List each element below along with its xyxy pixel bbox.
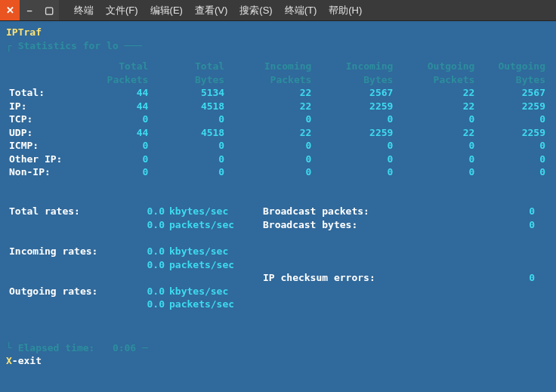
table-row-nonip: Non-IP:000000	[6, 165, 550, 179]
cell-value: 22	[397, 100, 479, 113]
broadcast-packets-label: Broadcast packets:	[263, 205, 452, 218]
cell-value: 22	[397, 86, 479, 100]
table-row-otherip: Other IP:000000	[6, 153, 550, 166]
table-row-udp: UDP:444518222259222259	[6, 126, 550, 140]
cell-value: 44	[77, 100, 153, 113]
header-row-2: Packets Bytes Packets Bytes Packets Byte…	[6, 73, 550, 87]
cell-value: 2259	[316, 126, 397, 140]
terminal-view[interactable]: IPTraf ┌ Statistics for lo ─── Total Tot…	[0, 21, 556, 392]
cell-value: 2567	[479, 86, 550, 100]
window-minimize-button[interactable]: –	[20, 0, 39, 20]
cell-value: 0	[77, 113, 153, 126]
cell-value: 0	[316, 139, 397, 153]
row-label: IP:	[6, 100, 77, 113]
col-total-packets-1: Total	[77, 60, 153, 73]
incoming-rate-kb: 0.0	[127, 245, 165, 258]
cell-value: 0	[479, 165, 550, 179]
window-controls: ✕ – ▢	[0, 0, 59, 20]
cell-value: 2259	[479, 126, 550, 140]
cell-value: 2259	[316, 100, 397, 113]
cell-value: 5134	[153, 86, 229, 100]
col-total-bytes-2: Bytes	[153, 73, 229, 87]
cell-value: 4518	[153, 126, 229, 140]
row-label: UDP:	[6, 126, 77, 140]
table-row-ip: IP:444518222259222259	[6, 100, 550, 113]
stats-frame-label: ┌ Statistics for lo ───	[6, 39, 550, 53]
cell-value: 0	[479, 113, 550, 126]
menu-search[interactable]: 搜索(S)	[235, 4, 276, 17]
outgoing-rate-pk: 0.0	[127, 298, 165, 311]
cell-value: 2567	[316, 86, 397, 100]
cell-value: 0	[316, 153, 397, 166]
menu-terminal[interactable]: 终端	[70, 4, 98, 17]
app-menu-bar: 终端 文件(F) 编辑(E) 查看(V) 搜索(S) 终端(T) 帮助(H)	[70, 4, 366, 17]
incoming-rate-pk: 0.0	[127, 258, 165, 272]
cell-value: 0	[153, 139, 229, 153]
cell-value: 44	[77, 126, 153, 140]
cell-value: 22	[229, 86, 316, 100]
row-label: ICMP:	[6, 139, 77, 153]
total-rate-pk: 0.0	[127, 218, 165, 232]
stats-table: Total Total Incoming Incoming Outgoing O…	[6, 60, 550, 179]
total-rates-label: Total rates:	[6, 205, 127, 218]
cell-value: 0	[229, 165, 316, 179]
outgoing-rates-label: Outgoing rates:	[6, 285, 127, 298]
cell-value: 4518	[153, 100, 229, 113]
window-close-button[interactable]: ✕	[0, 0, 20, 20]
cell-value: 44	[77, 86, 153, 100]
menu-help[interactable]: 帮助(H)	[324, 4, 366, 17]
row-label: TCP:	[6, 113, 77, 126]
app-title: IPTraf	[6, 26, 550, 39]
cell-value: 22	[229, 126, 316, 140]
table-row-icmp: ICMP:000000	[6, 139, 550, 153]
outgoing-rate-kb: 0.0	[127, 285, 165, 298]
row-label: Total:	[6, 86, 77, 100]
elapsed-time: └ Elapsed time: 0:06 ─	[6, 341, 550, 355]
cell-value: 0	[77, 165, 153, 179]
cell-value: 0	[153, 113, 229, 126]
col-incoming-bytes-2: Bytes	[316, 73, 397, 87]
cell-value: 0	[229, 139, 316, 153]
broadcast-bytes-val: 0	[452, 218, 550, 232]
col-incoming-bytes-1: Incoming	[316, 60, 397, 73]
col-outgoing-packets-2: Packets	[397, 73, 479, 87]
cell-value: 0	[77, 153, 153, 166]
cell-value: 0	[397, 113, 479, 126]
menu-file[interactable]: 文件(F)	[101, 4, 143, 17]
kb-unit: kbytes/sec	[165, 205, 263, 218]
broadcast-packets-val: 0	[452, 205, 550, 218]
col-outgoing-packets-1: Outgoing	[397, 60, 479, 73]
header-row-1: Total Total Incoming Incoming Outgoing O…	[6, 60, 550, 73]
row-label: Non-IP:	[6, 165, 77, 179]
cell-value: 0	[397, 139, 479, 153]
cell-value: 22	[397, 126, 479, 140]
window-maximize-button[interactable]: ▢	[39, 0, 59, 20]
cell-value: 0	[479, 139, 550, 153]
cell-value: 22	[229, 100, 316, 113]
row-label: Other IP:	[6, 153, 77, 166]
table-row-total: Total:445134222567222567	[6, 86, 550, 100]
cell-value: 0	[397, 165, 479, 179]
cell-value: 0	[316, 165, 397, 179]
cell-value: 0	[229, 153, 316, 166]
menu-edit[interactable]: 编辑(E)	[146, 4, 187, 17]
cell-value: 0	[316, 113, 397, 126]
menu-terminal2[interactable]: 终端(T)	[280, 4, 322, 17]
cell-value: 0	[153, 153, 229, 166]
exit-hint: X-exit	[6, 354, 550, 368]
window-titlebar: ✕ – ▢ 终端 文件(F) 编辑(E) 查看(V) 搜索(S) 终端(T) 帮…	[0, 0, 556, 21]
exit-key[interactable]: X	[6, 355, 12, 366]
col-incoming-packets-1: Incoming	[229, 60, 316, 73]
incoming-rates-label: Incoming rates:	[6, 245, 127, 258]
col-total-packets-2: Packets	[77, 73, 153, 87]
menu-view[interactable]: 查看(V)	[190, 4, 232, 17]
cell-value: 0	[77, 139, 153, 153]
cell-value: 0	[397, 153, 479, 166]
cell-value: 0	[229, 113, 316, 126]
col-outgoing-bytes-1: Outgoing	[479, 60, 550, 73]
rates-block: Total rates: 0.0 kbytes/sec Broadcast pa…	[6, 205, 550, 311]
broadcast-bytes-label: Broadcast bytes:	[263, 218, 452, 232]
ip-checksum-errors-label: IP checksum errors:	[263, 271, 452, 285]
pk-unit: packets/sec	[165, 218, 263, 232]
table-row-tcp: TCP:000000	[6, 113, 550, 126]
